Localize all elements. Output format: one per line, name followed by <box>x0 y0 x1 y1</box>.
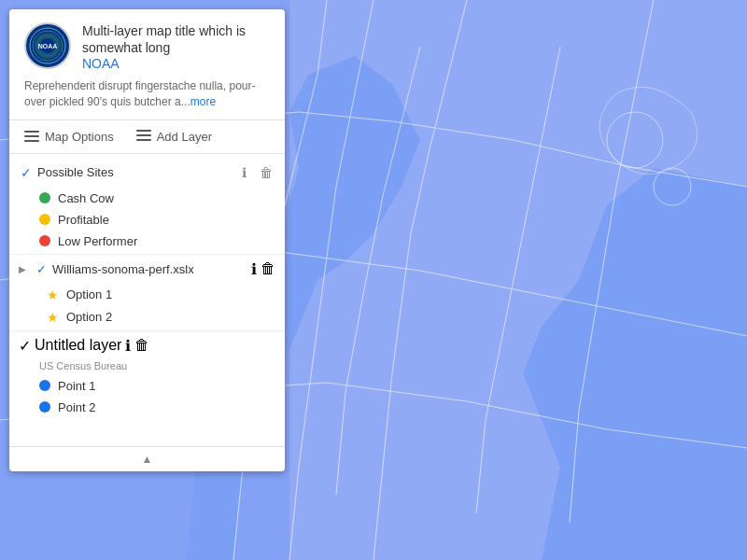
sidebar-panel: NOAA Multi-layer map title which is some… <box>9 9 285 471</box>
layer-item-point2: Point 2 <box>9 397 285 418</box>
more-link[interactable]: more <box>190 95 216 108</box>
point2-dot <box>39 401 50 413</box>
layer-item-point1: Point 1 <box>9 375 285 397</box>
add-layer-icon-svg <box>136 130 151 143</box>
add-layer-button[interactable]: Add Layer <box>133 128 216 146</box>
logo-circle: NOAA <box>24 22 71 69</box>
add-layer-label: Add Layer <box>157 130 212 144</box>
possible-sites-check[interactable]: ✓ <box>19 165 34 180</box>
logo-inner: NOAA <box>27 25 68 66</box>
layer-item-option2: ★ Option 2 <box>9 306 285 329</box>
hamburger-icon <box>24 131 39 142</box>
possible-sites-delete-button[interactable]: 🗑 <box>257 163 275 182</box>
description-text: Reprehenderit disrupt fingerstache nulla… <box>24 79 255 108</box>
map-options-label: Map Options <box>45 130 114 144</box>
profitable-dot <box>39 214 50 225</box>
option1-label: Option 1 <box>66 287 112 301</box>
cash-cow-label: Cash Cow <box>58 191 114 205</box>
possible-sites-info-button[interactable]: ℹ <box>234 163 253 182</box>
svg-rect-10 <box>136 134 151 136</box>
point1-dot <box>39 380 50 391</box>
layers-icon <box>136 130 151 143</box>
noaa-logo-svg: NOAA <box>29 27 66 64</box>
toolbar: Map Options Add Layer <box>9 120 285 154</box>
point1-label: Point 1 <box>58 379 95 393</box>
williams-sonoma-delete-button[interactable]: 🗑 <box>261 260 275 277</box>
profitable-label: Profitable <box>58 213 109 227</box>
layer-group-possible-sites: ✓ Possible Sites ℹ 🗑 Cash Cow Profitable… <box>9 158 285 252</box>
layer-group-williams-sonoma-header[interactable]: ▶ ✓ Williams-sonoma-perf.xslx ℹ 🗑 <box>9 255 285 284</box>
williams-sonoma-check[interactable]: ✓ <box>34 262 49 276</box>
sidebar-header: NOAA Multi-layer map title which is some… <box>9 9 285 120</box>
layer-group-untitled-header[interactable]: ✓ Untitled layer ℹ 🗑 <box>9 331 285 360</box>
svg-text:NOAA: NOAA <box>38 43 58 49</box>
low-performer-label: Low Performer <box>58 234 137 248</box>
map-description: Reprehenderit disrupt fingerstache nulla… <box>24 78 270 110</box>
option1-star: ★ <box>47 287 59 302</box>
layer-item-low-performer: Low Performer <box>9 231 285 252</box>
map-subtitle[interactable]: NOAA <box>82 56 270 71</box>
collapse-button[interactable]: ▲ <box>9 446 285 471</box>
untitled-info-button[interactable]: ℹ <box>125 337 131 355</box>
layers-list: ✓ Possible Sites ℹ 🗑 Cash Cow Profitable… <box>9 154 285 446</box>
layer-item-cash-cow: Cash Cow <box>9 188 285 209</box>
layer-group-williams-sonoma: ▶ ✓ Williams-sonoma-perf.xslx ℹ 🗑 ★ Opti… <box>9 254 285 329</box>
header-text: Multi-layer map title which is somewhat … <box>82 22 270 71</box>
untitled-name: Untitled layer <box>35 337 121 354</box>
layer-item-profitable: Profitable <box>9 209 285 231</box>
collapse-icon: ▲ <box>142 453 153 466</box>
williams-sonoma-arrow: ▶ <box>19 264 30 274</box>
williams-sonoma-name: Williams-sonoma-perf.xslx <box>52 262 247 276</box>
map-title: Multi-layer map title which is somewhat … <box>82 22 270 56</box>
untitled-delete-button[interactable]: 🗑 <box>134 337 149 354</box>
map-options-button[interactable]: Map Options <box>21 128 118 146</box>
option2-star: ★ <box>47 310 59 325</box>
svg-rect-11 <box>136 139 151 141</box>
untitled-check[interactable]: ✓ <box>19 337 31 355</box>
low-performer-dot <box>39 235 50 246</box>
layer-group-possible-sites-header[interactable]: ✓ Possible Sites ℹ 🗑 <box>9 158 285 188</box>
possible-sites-name: Possible Sites <box>37 165 231 179</box>
layer-group-untitled: ✓ Untitled layer ℹ 🗑 US Census Bureau Po… <box>9 330 285 418</box>
layer-item-option1: ★ Option 1 <box>9 284 285 306</box>
williams-sonoma-info-button[interactable]: ℹ <box>251 260 257 278</box>
untitled-source: US Census Bureau <box>9 360 285 375</box>
header-top: NOAA Multi-layer map title which is some… <box>24 22 270 71</box>
cash-cow-dot <box>39 192 50 203</box>
option2-label: Option 2 <box>66 310 112 324</box>
point2-label: Point 2 <box>58 400 95 414</box>
svg-rect-9 <box>136 130 151 132</box>
